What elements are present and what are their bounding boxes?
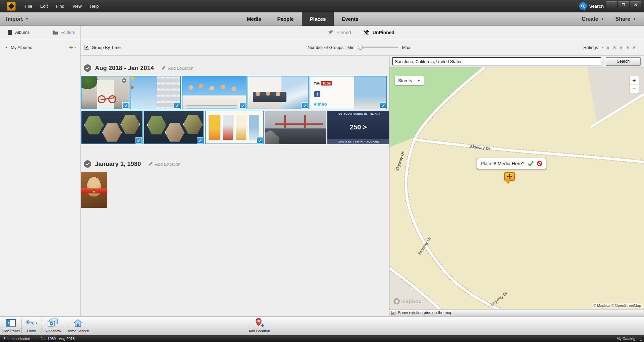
unpinned-toggle[interactable]: UnPinned [363, 29, 394, 36]
media-grid: Aug 2018 - Jan 2014 Add Location ▶ [81, 56, 389, 316]
ratings-filter[interactable]: Ratings ≥ ★★★★★ [583, 45, 639, 50]
map-canvas[interactable]: Skyway Dr Skyway Dr Skyway Dr Skyway Dr … [389, 67, 644, 309]
media-tile-locked[interactable] [81, 172, 107, 208]
chevron-down-icon[interactable]: ▼ [36, 322, 38, 324]
min-label: Min [347, 45, 355, 50]
group-title: January 1, 1980 [95, 161, 141, 168]
media-tile[interactable] [130, 76, 181, 109]
tab-places[interactable]: Places [302, 12, 334, 26]
home-screen-button[interactable]: Home Screen [64, 318, 91, 333]
group-title: Aug 2018 - Jan 2014 [95, 65, 154, 72]
selected-check-icon[interactable] [380, 102, 386, 109]
ratings-label: Ratings [583, 45, 598, 50]
map-search-button[interactable]: Search [606, 57, 641, 66]
cancel-prohibition-icon[interactable] [537, 161, 542, 166]
zoom-in-button[interactable]: + [630, 76, 639, 85]
menu-find[interactable]: Find [52, 2, 68, 10]
title-bar: File Edit Find View Help Search ─ ❐ ✕ [0, 0, 644, 12]
overflow-count[interactable]: 250 > [327, 123, 389, 131]
mapbox-logo[interactable]: mapbox [393, 298, 422, 304]
slider-thumb[interactable] [358, 45, 363, 50]
selected-check-icon[interactable] [239, 102, 246, 109]
location-search-input[interactable] [392, 57, 601, 65]
chevron-down-icon[interactable]: ▼ [74, 46, 76, 49]
facebook-logo: f [314, 91, 320, 97]
map-attribution[interactable]: © Mapbox © OpenStreetMap [592, 303, 643, 308]
tab-people[interactable]: People [269, 12, 302, 26]
media-tile[interactable] [265, 111, 326, 144]
selected-check-icon[interactable] [197, 137, 203, 144]
media-tile[interactable] [81, 111, 143, 144]
search-button[interactable]: Search [579, 2, 604, 10]
pinned-toggle[interactable]: Pinned [327, 29, 351, 36]
pencil-icon [148, 162, 153, 166]
draggable-media-marker[interactable] [504, 172, 515, 181]
selected-check-icon[interactable] [136, 137, 142, 144]
show-pins-label: Show existing pins on the map [398, 310, 452, 315]
undo-button[interactable]: ▼ Undo [22, 318, 41, 333]
map-style-dropdown[interactable]: Streets ▼ [395, 76, 424, 85]
tab-folders[interactable]: Folders [52, 30, 75, 35]
media-tile[interactable] [182, 76, 247, 109]
tab-albums[interactable]: Albums [7, 30, 30, 35]
media-tile[interactable] [248, 76, 309, 109]
tab-media[interactable]: Media [239, 12, 269, 26]
sub-nav: Albums Folders Pinned UnPinned [0, 26, 644, 39]
move-cross-icon [507, 174, 512, 179]
undo-icon: ▼ [25, 318, 38, 328]
selected-check-icon[interactable] [302, 102, 308, 109]
media-tile[interactable] [144, 111, 204, 144]
checkbox-checked-icon: ✔ [85, 45, 89, 50]
show-pins-checkbox[interactable]: ✔ Show existing pins on the map [389, 309, 644, 316]
groups-slider[interactable] [359, 47, 398, 48]
menu-edit[interactable]: Edit [36, 2, 52, 10]
folders-label: Folders [60, 30, 75, 35]
road-label: Skyway Dr [489, 291, 508, 307]
minimize-button[interactable]: ─ [606, 1, 617, 8]
selected-check-icon[interactable] [122, 102, 129, 109]
media-tile[interactable]: YouTube f vimeo [310, 76, 387, 109]
close-button[interactable]: ✕ [630, 1, 641, 8]
media-overflow-tile[interactable]: PUT YOUR HANDS IN THE AIR 250 > LIKE A K… [327, 111, 389, 144]
import-button[interactable]: Import ▼ [6, 16, 29, 22]
group-check-icon[interactable] [84, 160, 91, 168]
menu-help[interactable]: Help [86, 2, 103, 10]
action-bar: Hide Panel ▼ Undo Slideshow Home Screen … [0, 316, 644, 335]
add-location-link[interactable]: Add Location [161, 66, 194, 71]
selected-check-icon[interactable] [174, 102, 180, 109]
hide-panel-button[interactable]: Hide Panel [1, 318, 20, 333]
add-location-link[interactable]: Add Location [148, 162, 180, 167]
selected-check-icon[interactable] [257, 137, 263, 144]
resize-grip[interactable] [640, 338, 643, 341]
menu-file[interactable]: File [21, 2, 36, 10]
zoom-out-button[interactable]: − [630, 85, 639, 94]
rating-stars[interactable]: ★★★★★ [606, 45, 639, 50]
vimeo-logo: vimeo [314, 102, 327, 107]
road-label: Skyway Dr [395, 151, 406, 172]
collapse-triangle-icon[interactable]: ▼ [5, 46, 8, 49]
add-album-button[interactable]: + [69, 45, 73, 50]
maximize-button[interactable]: ❐ [618, 1, 629, 8]
filter-bar: ✔ Group By Time Number of Groups: Min Ma… [81, 39, 644, 56]
share-button[interactable]: Share ▼ [615, 16, 636, 22]
slideshow-button[interactable]: Slideshow [42, 318, 63, 333]
confirm-check-icon[interactable] [528, 161, 534, 166]
albums-sidebar: ▼ My Albums + ▼ [0, 39, 81, 316]
share-label: Share [615, 16, 630, 22]
group-check-icon[interactable] [84, 64, 91, 72]
media-tile[interactable] [205, 111, 264, 144]
create-label: Create [582, 16, 598, 22]
mapbox-logo-text: mapbox [401, 298, 422, 304]
media-tile[interactable]: ▶ [81, 76, 129, 109]
popup-text: Place 8 Media Here? [481, 161, 525, 166]
add-location-button[interactable]: Add Location [246, 318, 273, 333]
menu-view[interactable]: View [68, 2, 86, 10]
youtube-logo: YouTube [314, 81, 332, 85]
my-albums-label[interactable]: My Albums [11, 45, 32, 50]
create-button[interactable]: Create ▼ [582, 16, 604, 22]
overflow-top-text: PUT YOUR HANDS IN THE AIR [327, 112, 389, 115]
tab-events[interactable]: Events [334, 12, 366, 26]
map-style-value: Streets [398, 78, 412, 83]
hide-panel-icon [6, 318, 16, 328]
group-by-time-checkbox[interactable]: ✔ Group By Time [85, 45, 121, 50]
